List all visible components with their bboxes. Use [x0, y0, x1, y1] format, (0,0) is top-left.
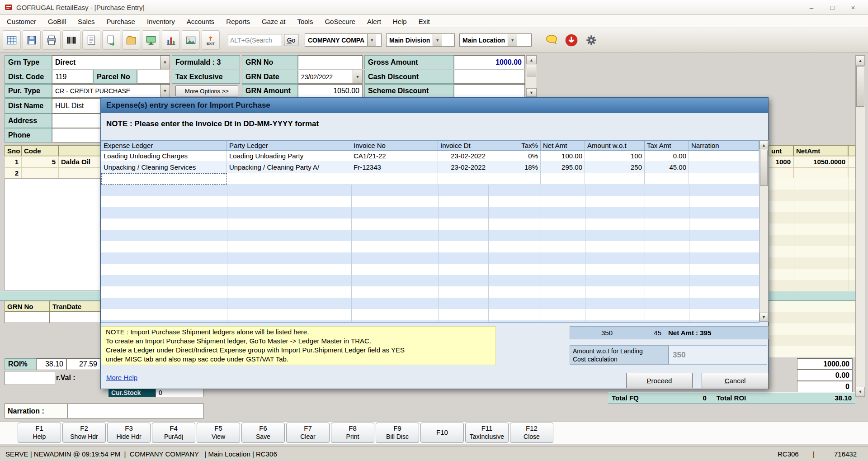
item-row-sno[interactable]: 1 [5, 156, 21, 167]
item-row-amount[interactable] [769, 167, 793, 178]
exit-button[interactable]: EXIT [202, 30, 220, 50]
menu-help[interactable]: Help [387, 18, 413, 25]
cell-net-amt[interactable]: 295.00 [541, 162, 585, 173]
grn-no-field[interactable] [298, 55, 363, 69]
cell-expense-ledger[interactable]: Loading Unloading Charges [101, 151, 227, 162]
item-row-code[interactable]: 5 [21, 156, 58, 167]
item-row-name[interactable]: Dalda Oil [58, 156, 104, 167]
item-row-netamt[interactable]: 1050.0000 [793, 156, 848, 167]
cell-expense-ledger[interactable]: Unpacking / Cleaning Services [101, 162, 227, 173]
cell-amount-wot[interactable]: 100 [585, 151, 645, 162]
more-options-button[interactable]: More Options >> [175, 86, 238, 96]
item-row-code[interactable] [21, 167, 58, 178]
parcel-no-field[interactable] [137, 70, 170, 84]
gross-amount-value[interactable]: 1000.00 [454, 55, 525, 69]
cur-stock-value[interactable]: 0 [156, 388, 204, 397]
menu-gobill[interactable]: GoBill [42, 18, 72, 25]
purval-field[interactable] [5, 371, 55, 385]
cell-invoice-dt[interactable]: 23-02-2022 [438, 162, 488, 173]
cancel-button[interactable]: Cancel [702, 373, 769, 388]
cell-narration[interactable] [689, 162, 759, 173]
cash-discount-field[interactable] [454, 70, 525, 84]
grn-type-select[interactable]: Direct [52, 55, 170, 69]
document-button[interactable] [82, 30, 100, 50]
grn-type-arrow-icon[interactable] [160, 56, 170, 69]
menu-inventory[interactable]: Inventory [141, 18, 181, 25]
fkey-f4[interactable]: F4PurAdj [152, 423, 195, 443]
chat-button[interactable] [542, 30, 561, 50]
cell-invoice-no[interactable]: Fr-12343 [351, 162, 438, 173]
expense-scroll-up-icon[interactable] [760, 141, 768, 149]
item-row-name[interactable] [58, 167, 104, 178]
cell-party-ledger[interactable]: Loading Unloading Party [227, 151, 351, 162]
cell-tax-amt[interactable]: 45.00 [645, 162, 689, 173]
cell-tax-amt[interactable]: 0.00 [645, 151, 689, 162]
division-dropdown[interactable]: Main Division [386, 33, 455, 47]
grn-grid-cell[interactable] [50, 312, 100, 323]
chart-button[interactable] [162, 30, 180, 50]
grn-grid-cell[interactable] [5, 312, 50, 323]
search-input[interactable] [228, 34, 282, 46]
fkey-f2[interactable]: F2Show Hdr [62, 423, 106, 443]
focused-cell[interactable] [101, 173, 227, 185]
header-scroll-down-icon[interactable] [526, 88, 537, 97]
fkey-f5[interactable]: F5View [197, 423, 240, 443]
menu-gaze-at[interactable]: Gaze at [256, 18, 292, 25]
minimize-icon[interactable]: – [801, 0, 822, 14]
expense-scroll-thumb[interactable] [760, 150, 768, 186]
item-row-netamt[interactable] [793, 167, 848, 178]
fkey-f6[interactable]: F6Save [241, 423, 285, 443]
fkey-f1[interactable]: F1Help [18, 423, 61, 443]
company-dropdown-arrow-icon[interactable] [367, 34, 376, 46]
pos-monitor-button[interactable] [142, 30, 160, 50]
maximize-icon[interactable]: □ [822, 0, 843, 14]
header-scroll-thumb[interactable] [527, 65, 536, 76]
cell-invoice-dt[interactable]: 23-02-2022 [438, 151, 488, 162]
menu-purchase[interactable]: Purchase [101, 18, 141, 25]
expense-grid-scrollbar[interactable] [759, 140, 769, 322]
menu-customer[interactable]: Customer [1, 18, 42, 25]
cell-amount-wot[interactable]: 250 [585, 162, 645, 173]
fkey-f3[interactable]: F3Hide Hdr [107, 423, 151, 443]
main-scroll-thumb[interactable] [856, 66, 864, 107]
header-scroll-up-icon[interactable] [526, 56, 537, 64]
barcode-button[interactable] [62, 30, 80, 50]
update-button[interactable] [562, 30, 580, 50]
menu-gosecure[interactable]: GoSecure [319, 18, 361, 25]
menu-reports[interactable]: Reports [220, 18, 256, 25]
scheme-discount-field[interactable] [454, 84, 525, 98]
cell-narration[interactable] [689, 151, 759, 162]
grn-amount-value[interactable]: 1050.00 [298, 84, 363, 98]
print-button[interactable] [42, 30, 61, 50]
item-row-amount[interactable]: 1000 [769, 156, 793, 167]
expense-scroll-down-icon[interactable] [760, 313, 768, 321]
cell-tax-pct[interactable]: 0% [488, 151, 541, 162]
company-dropdown[interactable]: COMPANY COMPA [305, 33, 382, 47]
settings-button[interactable] [582, 30, 600, 50]
menu-accounts[interactable]: Accounts [181, 18, 221, 25]
go-button[interactable]: Go [284, 34, 298, 46]
fkey-f11[interactable]: F11TaxInclusive [465, 423, 509, 443]
image-button[interactable] [182, 30, 200, 50]
item-row-sno[interactable]: 2 [5, 167, 21, 178]
fkey-f7[interactable]: F7Clear [286, 423, 330, 443]
proceed-button[interactable]: Proceed [626, 373, 693, 388]
cell-net-amt[interactable]: 100.00 [541, 151, 585, 162]
menu-tools[interactable]: Tools [291, 18, 319, 25]
fkey-f9[interactable]: F9Bill Disc [376, 423, 419, 443]
pur-type-arrow-icon[interactable] [160, 85, 170, 97]
save-button[interactable] [23, 30, 41, 50]
cell-party-ledger[interactable]: Unpacking / Cleaning Party A/ [227, 162, 351, 173]
location-dropdown-arrow-icon[interactable] [508, 34, 517, 46]
grn-date-arrow-icon[interactable] [353, 70, 362, 83]
landing-cost-value[interactable]: 350 [669, 345, 767, 365]
division-dropdown-arrow-icon[interactable] [433, 34, 442, 46]
roi-value-2[interactable]: 27.59 [66, 358, 100, 370]
grn-date-field[interactable]: 23/02/2022 [298, 70, 363, 84]
narration-input[interactable] [68, 404, 204, 418]
pur-type-select[interactable]: CR - CREDIT PURCHASE [52, 84, 170, 98]
fkey-f8[interactable]: F8Print [331, 423, 374, 443]
dist-code-field[interactable]: 119 [52, 70, 93, 84]
close-icon[interactable]: × [843, 0, 863, 14]
location-dropdown[interactable]: Main Location [459, 33, 532, 47]
